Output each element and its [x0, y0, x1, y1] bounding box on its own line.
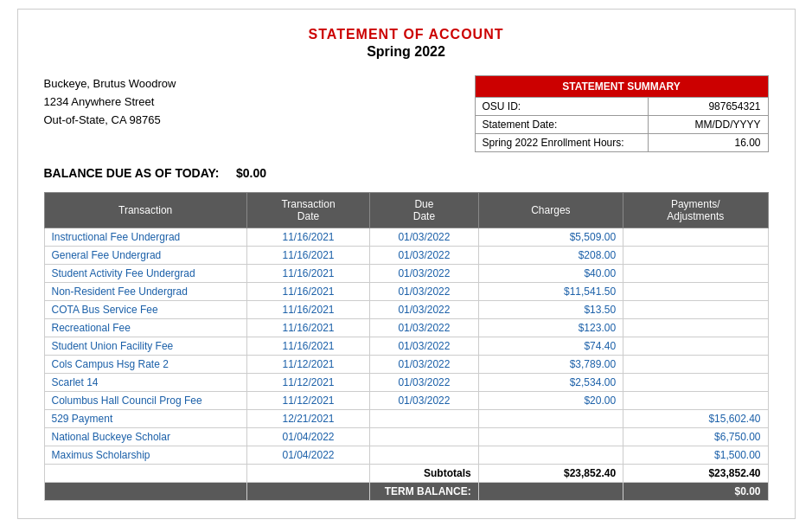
cell-date: 11/16/2021 — [246, 265, 369, 283]
statement-container: STATEMENT OF ACCOUNT Spring 2022 Buckeye… — [17, 9, 796, 519]
cell-payments — [623, 392, 768, 410]
table-row: Columbus Hall Council Prog Fee11/12/2021… — [44, 392, 768, 410]
summary-label-osuid: OSU ID: — [475, 98, 648, 116]
cell-charges: $3,789.00 — [478, 356, 623, 374]
subtotals-empty2 — [246, 465, 369, 483]
cell-charges: $208.00 — [478, 247, 623, 265]
cell-transaction: General Fee Undergrad — [44, 247, 246, 265]
table-row: Student Union Facility Fee11/16/202101/0… — [44, 337, 768, 356]
subtotals-row: Subtotals$23,852.40$23,852.40 — [44, 465, 768, 483]
summary-row-hours: Spring 2022 Enrollment Hours: 16.00 — [475, 134, 768, 152]
summary-value-hours: 16.00 — [648, 134, 768, 152]
address-line1: Buckeye, Brutus Woodrow — [44, 75, 176, 93]
cell-transaction: Recreational Fee — [44, 319, 246, 337]
cell-due: 01/03/2022 — [370, 301, 479, 319]
summary-row-osuid: OSU ID: 987654321 — [475, 98, 768, 116]
cell-payments — [623, 247, 768, 265]
col-header-payments: Payments/Adjustments — [623, 193, 768, 228]
subtotals-payments: $23,852.40 — [623, 465, 768, 483]
address-line2: 1234 Anywhere Street — [44, 93, 176, 112]
col-header-transaction: Transaction — [44, 193, 246, 228]
header-section: Buckeye, Brutus Woodrow 1234 Anywhere St… — [44, 75, 769, 152]
term-balance-empty2 — [246, 483, 369, 501]
cell-transaction: Student Union Facility Fee — [44, 337, 246, 356]
cell-date: 01/04/2022 — [246, 428, 369, 446]
balance-label: BALANCE DUE AS OF TODAY: — [44, 166, 220, 180]
cell-charges: $11,541.50 — [478, 283, 623, 301]
cell-payments: $1,500.00 — [623, 446, 768, 465]
table-row: General Fee Undergrad11/16/202101/03/202… — [44, 247, 768, 265]
balance-section: BALANCE DUE AS OF TODAY: $0.00 — [44, 166, 769, 180]
cell-payments: $15,602.40 — [623, 410, 768, 428]
cell-charges: $74.40 — [478, 337, 623, 356]
cell-due — [370, 410, 479, 428]
cell-transaction: Scarlet 14 — [44, 374, 246, 392]
cell-payments — [623, 374, 768, 392]
table-row: National Buckeye Scholar01/04/2022$6,750… — [44, 428, 768, 446]
cell-date: 11/12/2021 — [246, 374, 369, 392]
cell-payments — [623, 228, 768, 247]
cell-date: 12/21/2021 — [246, 410, 369, 428]
cell-due: 01/03/2022 — [370, 337, 479, 356]
cell-due: 01/03/2022 — [370, 392, 479, 410]
table-row: Cols Campus Hsg Rate 211/12/202101/03/20… — [44, 356, 768, 374]
cell-transaction: Columbus Hall Council Prog Fee — [44, 392, 246, 410]
table-row: 529 Payment12/21/2021$15,602.40 — [44, 410, 768, 428]
table-row: Maximus Scholarship01/04/2022$1,500.00 — [44, 446, 768, 465]
cell-transaction: Student Activity Fee Undergrad — [44, 265, 246, 283]
cell-due: 01/03/2022 — [370, 374, 479, 392]
cell-transaction: Maximus Scholarship — [44, 446, 246, 465]
summary-label-date: Statement Date: — [475, 116, 648, 134]
cell-date: 11/16/2021 — [246, 337, 369, 356]
cell-charges: $13.50 — [478, 301, 623, 319]
cell-transaction: National Buckeye Scholar — [44, 428, 246, 446]
term-balance-value: $0.00 — [623, 483, 768, 501]
cell-charges: $40.00 — [478, 265, 623, 283]
main-table: Transaction TransactionDate DueDate Char… — [44, 192, 769, 501]
summary-row-date: Statement Date: MM/DD/YYYY — [475, 116, 768, 134]
cell-date: 11/16/2021 — [246, 301, 369, 319]
subtotals-label: Subtotals — [370, 465, 479, 483]
cell-due — [370, 428, 479, 446]
cell-due — [370, 446, 479, 465]
cell-payments — [623, 283, 768, 301]
cell-date: 11/16/2021 — [246, 247, 369, 265]
table-row: Instructional Fee Undergrad11/16/202101/… — [44, 228, 768, 247]
cell-charges: $20.00 — [478, 392, 623, 410]
table-header-row: Transaction TransactionDate DueDate Char… — [44, 193, 768, 228]
cell-date: 11/16/2021 — [246, 228, 369, 247]
cell-due: 01/03/2022 — [370, 265, 479, 283]
subtotals-charges: $23,852.40 — [478, 465, 623, 483]
table-row: Recreational Fee11/16/202101/03/2022$123… — [44, 319, 768, 337]
address-block: Buckeye, Brutus Woodrow 1234 Anywhere St… — [44, 75, 176, 129]
col-header-transaction-date: TransactionDate — [246, 193, 369, 228]
summary-label-hours: Spring 2022 Enrollment Hours: — [475, 134, 648, 152]
cell-transaction: Cols Campus Hsg Rate 2 — [44, 356, 246, 374]
cell-transaction: 529 Payment — [44, 410, 246, 428]
address-line3: Out-of-State, CA 98765 — [44, 112, 176, 130]
cell-transaction: Instructional Fee Undergrad — [44, 228, 246, 247]
cell-date: 11/12/2021 — [246, 356, 369, 374]
cell-charges — [478, 446, 623, 465]
cell-payments — [623, 319, 768, 337]
cell-due: 01/03/2022 — [370, 228, 479, 247]
cell-payments — [623, 265, 768, 283]
term-balance-row: TERM BALANCE:$0.00 — [44, 483, 768, 501]
main-title: STATEMENT OF ACCOUNT — [44, 27, 769, 42]
col-header-due-date: DueDate — [370, 193, 479, 228]
cell-transaction: Non-Resident Fee Undergrad — [44, 283, 246, 301]
term-balance-empty1 — [44, 483, 246, 501]
table-row: Student Activity Fee Undergrad11/16/2021… — [44, 265, 768, 283]
cell-charges: $2,534.00 — [478, 374, 623, 392]
cell-due: 01/03/2022 — [370, 283, 479, 301]
cell-due: 01/03/2022 — [370, 356, 479, 374]
cell-transaction: COTA Bus Service Fee — [44, 301, 246, 319]
cell-date: 11/16/2021 — [246, 283, 369, 301]
table-row: Non-Resident Fee Undergrad11/16/202101/0… — [44, 283, 768, 301]
cell-date: 11/12/2021 — [246, 392, 369, 410]
cell-payments — [623, 337, 768, 356]
cell-date: 11/16/2021 — [246, 319, 369, 337]
cell-payments — [623, 301, 768, 319]
summary-table: STATEMENT SUMMARY OSU ID: 987654321 Stat… — [475, 75, 769, 152]
cell-payments — [623, 356, 768, 374]
